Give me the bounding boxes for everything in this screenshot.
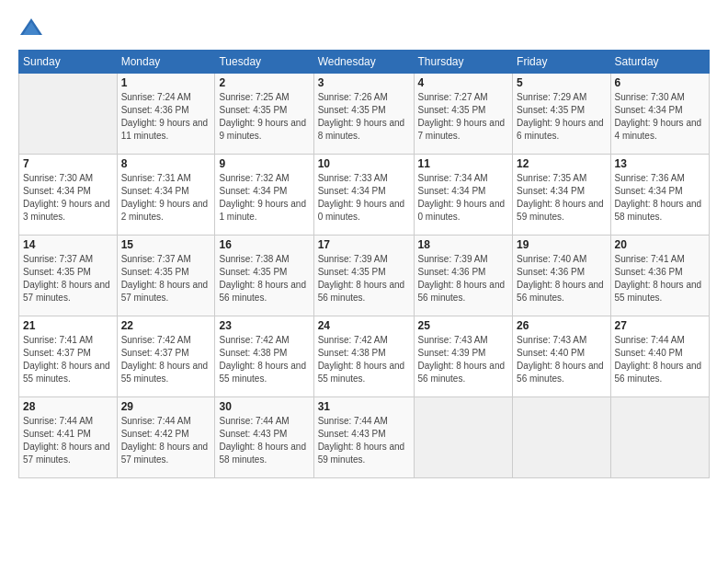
day-number: 4 [418, 76, 509, 89]
day-info: Sunrise: 7:41 AM Sunset: 4:36 PM Dayligh… [615, 253, 705, 304]
day-number: 11 [418, 157, 509, 170]
daylight: Daylight: 8 hours and 57 minutes. [121, 280, 209, 303]
sunset: Sunset: 4:35 PM [219, 267, 287, 277]
sunset: Sunset: 4:35 PM [121, 267, 189, 277]
sunset: Sunset: 4:37 PM [121, 348, 189, 358]
sunrise: Sunrise: 7:39 AM [418, 254, 488, 264]
sunrise: Sunrise: 7:42 AM [121, 335, 191, 345]
day-info: Sunrise: 7:33 AM Sunset: 4:34 PM Dayligh… [318, 172, 410, 224]
header-row: SundayMondayTuesdayWednesdayThursdayFrid… [19, 51, 710, 74]
sunrise: Sunrise: 7:29 AM [517, 92, 586, 102]
sunset: Sunset: 4:36 PM [517, 267, 585, 277]
calendar-cell: 28 Sunrise: 7:44 AM Sunset: 4:41 PM Dayl… [19, 397, 118, 478]
sunset: Sunset: 4:37 PM [23, 348, 91, 358]
daylight: Daylight: 8 hours and 56 minutes. [615, 361, 702, 384]
sunset: Sunset: 4:38 PM [318, 348, 386, 358]
sunrise: Sunrise: 7:36 AM [615, 173, 685, 183]
daylight: Daylight: 8 hours and 57 minutes. [23, 280, 110, 303]
day-info: Sunrise: 7:38 AM Sunset: 4:35 PM Dayligh… [219, 253, 309, 304]
sunset: Sunset: 4:35 PM [318, 105, 386, 115]
sunset: Sunset: 4:41 PM [23, 429, 91, 439]
daylight: Daylight: 9 hours and 9 minutes. [219, 118, 306, 141]
sunrise: Sunrise: 7:32 AM [219, 173, 289, 183]
calendar-cell: 17 Sunrise: 7:39 AM Sunset: 4:35 PM Dayl… [313, 236, 414, 316]
day-info: Sunrise: 7:31 AM Sunset: 4:34 PM Dayligh… [121, 172, 211, 224]
sunrise: Sunrise: 7:38 AM [219, 254, 289, 264]
day-number: 3 [318, 76, 410, 89]
sunset: Sunset: 4:34 PM [121, 186, 189, 196]
sunset: Sunset: 4:35 PM [23, 267, 91, 277]
calendar-cell: 31 Sunrise: 7:44 AM Sunset: 4:43 PM Dayl… [313, 397, 414, 478]
sunrise: Sunrise: 7:30 AM [615, 92, 685, 102]
day-info: Sunrise: 7:42 AM Sunset: 4:38 PM Dayligh… [318, 334, 410, 385]
day-number: 23 [219, 319, 309, 332]
day-number: 8 [121, 157, 211, 170]
day-info: Sunrise: 7:30 AM Sunset: 4:34 PM Dayligh… [615, 91, 705, 143]
sunset: Sunset: 4:34 PM [517, 186, 585, 196]
daylight: Daylight: 9 hours and 6 minutes. [517, 118, 604, 141]
daylight: Daylight: 8 hours and 57 minutes. [23, 442, 110, 465]
day-number: 26 [517, 319, 606, 332]
day-number: 5 [517, 76, 606, 89]
daylight: Daylight: 8 hours and 56 minutes. [318, 280, 405, 303]
calendar-cell: 26 Sunrise: 7:43 AM Sunset: 4:40 PM Dayl… [513, 316, 610, 397]
calendar-page: SundayMondayTuesdayWednesdayThursdayFrid… [0, 0, 728, 563]
sunrise: Sunrise: 7:44 AM [615, 335, 685, 345]
sunset: Sunset: 4:34 PM [23, 186, 91, 196]
calendar-cell: 27 Sunrise: 7:44 AM Sunset: 4:40 PM Dayl… [610, 316, 709, 397]
weekday-header: Saturday [610, 51, 709, 74]
sunrise: Sunrise: 7:44 AM [219, 416, 289, 426]
logo [18, 15, 48, 40]
day-info: Sunrise: 7:30 AM Sunset: 4:34 PM Dayligh… [23, 172, 113, 224]
calendar-cell: 30 Sunrise: 7:44 AM Sunset: 4:43 PM Dayl… [215, 397, 313, 478]
header [18, 15, 710, 40]
daylight: Daylight: 8 hours and 59 minutes. [517, 199, 604, 222]
sunrise: Sunrise: 7:44 AM [121, 416, 191, 426]
weekday-header: Monday [117, 51, 215, 74]
sunrise: Sunrise: 7:35 AM [517, 173, 586, 183]
sunset: Sunset: 4:36 PM [418, 267, 486, 277]
sunrise: Sunrise: 7:44 AM [318, 416, 388, 426]
daylight: Daylight: 9 hours and 1 minute. [219, 199, 306, 222]
day-info: Sunrise: 7:44 AM Sunset: 4:42 PM Dayligh… [121, 415, 211, 466]
sunrise: Sunrise: 7:41 AM [615, 254, 685, 264]
calendar-cell: 9 Sunrise: 7:32 AM Sunset: 4:34 PM Dayli… [215, 155, 313, 236]
sunset: Sunset: 4:42 PM [121, 429, 189, 439]
day-info: Sunrise: 7:34 AM Sunset: 4:34 PM Dayligh… [418, 172, 509, 224]
daylight: Daylight: 8 hours and 55 minutes. [219, 361, 306, 384]
day-number: 20 [615, 238, 705, 251]
calendar-cell: 16 Sunrise: 7:38 AM Sunset: 4:35 PM Dayl… [215, 236, 313, 316]
day-number: 19 [517, 238, 606, 251]
logo-icon [18, 15, 44, 40]
day-number: 17 [318, 238, 410, 251]
day-number: 15 [121, 238, 211, 251]
daylight: Daylight: 9 hours and 3 minutes. [23, 199, 110, 222]
day-number: 1 [121, 76, 211, 89]
sunrise: Sunrise: 7:24 AM [121, 92, 191, 102]
sunset: Sunset: 4:35 PM [517, 105, 585, 115]
day-info: Sunrise: 7:40 AM Sunset: 4:36 PM Dayligh… [517, 253, 606, 304]
daylight: Daylight: 8 hours and 55 minutes. [121, 361, 209, 384]
daylight: Daylight: 9 hours and 0 minutes. [418, 199, 506, 222]
sunrise: Sunrise: 7:31 AM [121, 173, 191, 183]
daylight: Daylight: 8 hours and 56 minutes. [418, 280, 506, 303]
day-info: Sunrise: 7:25 AM Sunset: 4:35 PM Dayligh… [219, 91, 309, 143]
sunrise: Sunrise: 7:44 AM [23, 416, 93, 426]
sunrise: Sunrise: 7:42 AM [219, 335, 289, 345]
day-number: 24 [318, 319, 410, 332]
calendar-cell: 2 Sunrise: 7:25 AM Sunset: 4:35 PM Dayli… [215, 74, 313, 155]
sunset: Sunset: 4:34 PM [219, 186, 287, 196]
calendar-cell: 24 Sunrise: 7:42 AM Sunset: 4:38 PM Dayl… [313, 316, 414, 397]
day-info: Sunrise: 7:37 AM Sunset: 4:35 PM Dayligh… [121, 253, 211, 304]
calendar-cell: 11 Sunrise: 7:34 AM Sunset: 4:34 PM Dayl… [414, 155, 513, 236]
day-number: 31 [318, 400, 410, 413]
day-number: 25 [418, 319, 509, 332]
day-info: Sunrise: 7:26 AM Sunset: 4:35 PM Dayligh… [318, 91, 410, 143]
day-info: Sunrise: 7:42 AM Sunset: 4:38 PM Dayligh… [219, 334, 309, 385]
sunset: Sunset: 4:36 PM [615, 267, 683, 277]
calendar-cell: 29 Sunrise: 7:44 AM Sunset: 4:42 PM Dayl… [117, 397, 215, 478]
sunset: Sunset: 4:38 PM [219, 348, 287, 358]
day-number: 22 [121, 319, 211, 332]
day-number: 6 [615, 76, 705, 89]
sunset: Sunset: 4:43 PM [318, 429, 386, 439]
